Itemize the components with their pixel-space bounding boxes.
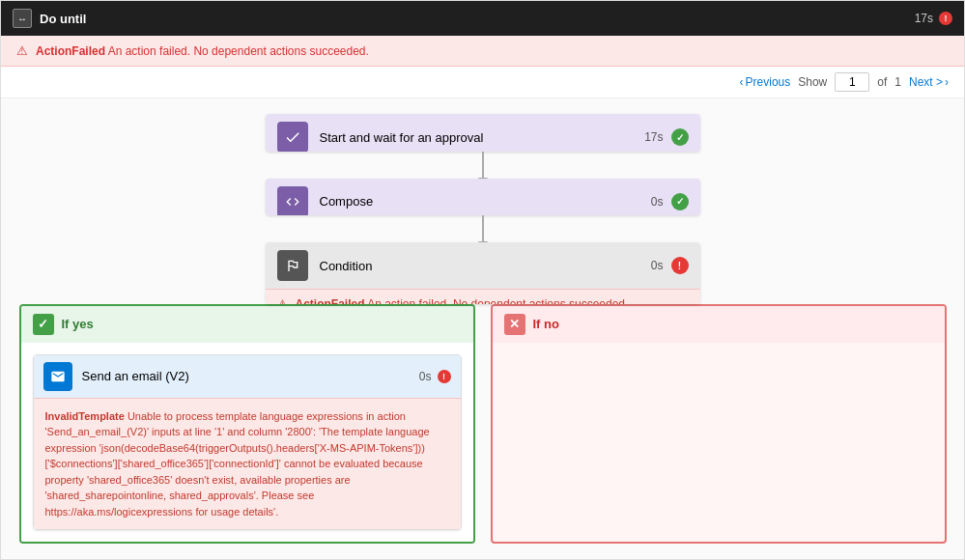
branch-no-label: If no xyxy=(533,317,559,331)
branch-no-content xyxy=(493,343,945,488)
compose-title: Compose xyxy=(320,194,651,209)
approval-icon xyxy=(277,122,308,152)
condition-status: ! xyxy=(671,257,689,274)
compose-icon xyxy=(277,186,308,216)
compose-card[interactable]: Compose 0s ✓ xyxy=(266,179,700,216)
next-button[interactable]: Next > › xyxy=(909,75,949,89)
flow-title: Do until xyxy=(40,12,915,26)
chevron-left-icon: ‹ xyxy=(740,75,744,89)
branches-container: ✓ If yes Send an email (V2) xyxy=(19,304,947,545)
total-pages: 1 xyxy=(894,75,901,89)
header-bar: ↔ Do until 17s ! xyxy=(1,1,964,36)
show-label: Show xyxy=(798,75,827,89)
page-input[interactable] xyxy=(835,72,869,92)
arrow-2 xyxy=(482,215,484,242)
condition-warning-icon: ⚠ xyxy=(277,297,288,303)
condition-card-header: Condition 0s ! xyxy=(266,242,700,289)
condition-title: Condition xyxy=(320,259,651,273)
condition-card[interactable]: Condition 0s ! ⚠ ActionFailed An action … xyxy=(266,242,700,303)
branch-yes-header: ✓ If yes xyxy=(21,306,473,343)
branch-yes-content: Send an email (V2) 0s ! InvalidTemplate … xyxy=(21,343,473,543)
approval-title: Start and wait for an approval xyxy=(320,130,645,145)
nav-bar: ‹ Previous Show of 1 Next > › xyxy=(1,67,964,98)
branch-no: ✕ If no xyxy=(491,304,947,545)
flow-canvas: Start and wait for an approval 17s ✓ Com… xyxy=(1,98,964,559)
previous-button[interactable]: ‹ Previous xyxy=(740,75,791,89)
compose-duration: 0s xyxy=(651,195,664,209)
email-error-body: InvalidTemplate Unable to process templa… xyxy=(34,398,461,530)
approval-duration: 17s xyxy=(644,130,663,144)
approval-status: ✓ xyxy=(671,128,689,146)
compose-status: ✓ xyxy=(671,193,689,210)
email-error-badge: ! xyxy=(438,370,451,383)
main-container: ↔ Do until 17s ! ⚠ ActionFailed An actio… xyxy=(0,0,965,560)
email-title: Send an email (V2) xyxy=(82,369,419,383)
branch-no-header: ✕ If no xyxy=(493,306,945,343)
warning-icon: ⚠ xyxy=(16,43,28,58)
condition-error-text: ActionFailed An action failed. No depend… xyxy=(296,297,629,303)
arrow-1 xyxy=(482,152,484,179)
email-icon xyxy=(43,362,72,391)
condition-duration: 0s xyxy=(651,259,664,272)
header-error-badge: ! xyxy=(939,12,952,25)
of-label: of xyxy=(877,75,887,89)
chevron-right-icon: › xyxy=(945,75,949,89)
approval-card[interactable]: Start and wait for an approval 17s ✓ xyxy=(266,114,700,152)
condition-icon xyxy=(277,250,308,281)
branch-yes: ✓ If yes Send an email (V2) xyxy=(19,304,475,545)
email-error-text: Unable to process template language expr… xyxy=(45,410,430,518)
error-banner-text: ActionFailed An action failed. No depend… xyxy=(36,44,369,58)
check-icon: ✓ xyxy=(33,314,54,335)
loop-icon: ↔ xyxy=(13,9,32,28)
x-icon: ✕ xyxy=(504,314,525,335)
flow-duration: 17s xyxy=(915,12,933,25)
email-card[interactable]: Send an email (V2) 0s ! InvalidTemplate … xyxy=(33,354,462,531)
branch-yes-label: If yes xyxy=(62,317,94,331)
email-card-header: Send an email (V2) 0s ! xyxy=(34,355,461,398)
approval-card-header: Start and wait for an approval 17s ✓ xyxy=(266,114,700,152)
error-banner: ⚠ ActionFailed An action failed. No depe… xyxy=(1,36,964,67)
condition-error-msg: ⚠ ActionFailed An action failed. No depe… xyxy=(266,289,700,303)
email-duration: 0s xyxy=(419,370,432,383)
compose-card-header: Compose 0s ✓ xyxy=(266,179,700,216)
